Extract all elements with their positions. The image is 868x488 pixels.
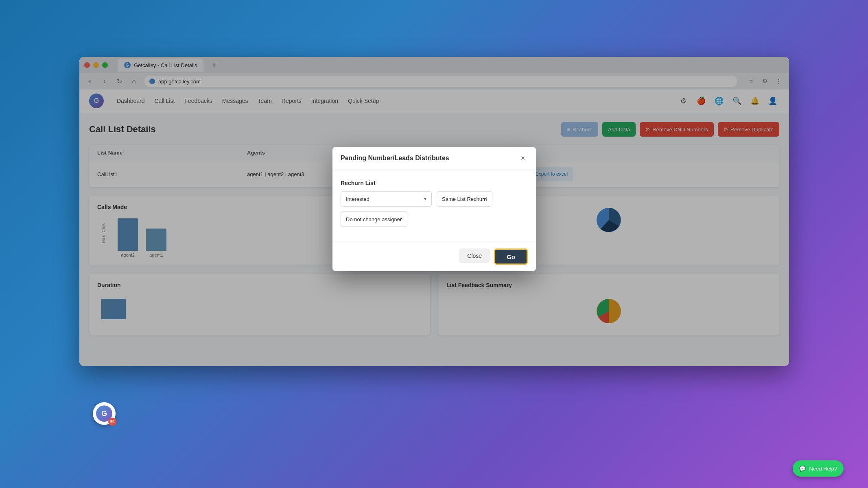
- notification-badge: 59: [108, 418, 116, 426]
- modal-footer: Close Go: [332, 242, 536, 271]
- modal-header: Pending Number/Leads Distributes ×: [332, 147, 536, 170]
- bottom-logo[interactable]: G 59: [93, 402, 116, 425]
- assigner-dropdown-wrapper: Do not change assigner: [341, 211, 528, 227]
- rechurn-list-label: Rechurn List: [341, 180, 528, 186]
- assigner-select[interactable]: Do not change assigner: [341, 211, 407, 227]
- modal-close-button[interactable]: ×: [518, 153, 528, 163]
- modal-row-2: Do not change assigner: [341, 211, 528, 227]
- go-button[interactable]: Go: [494, 248, 528, 265]
- modal-body: Rechurn List Interested ▾ Same List Rech…: [332, 170, 536, 242]
- close-modal-button[interactable]: Close: [459, 248, 490, 263]
- modal-row-1: Interested ▾ Same List Rechurn: [341, 191, 528, 207]
- interested-dropdown-wrapper: Interested ▾: [341, 191, 432, 207]
- interested-arrow-icon: ▾: [424, 196, 426, 202]
- rechurn-type-dropdown-wrapper: Same List Rechurn: [437, 191, 528, 207]
- interested-dropdown[interactable]: Interested ▾: [341, 191, 432, 207]
- browser-window: G Getcalley - Call List Details + ‹ › ↻ …: [79, 57, 789, 366]
- whatsapp-icon: 💬: [799, 466, 806, 472]
- modal-title: Pending Number/Leads Distributes: [341, 155, 449, 162]
- need-help-button[interactable]: 💬 Need Help?: [793, 460, 844, 477]
- modal-dialog: Pending Number/Leads Distributes × Rechu…: [332, 147, 536, 271]
- interested-value: Interested: [346, 196, 370, 202]
- rechurn-type-select[interactable]: Same List Rechurn: [437, 191, 492, 207]
